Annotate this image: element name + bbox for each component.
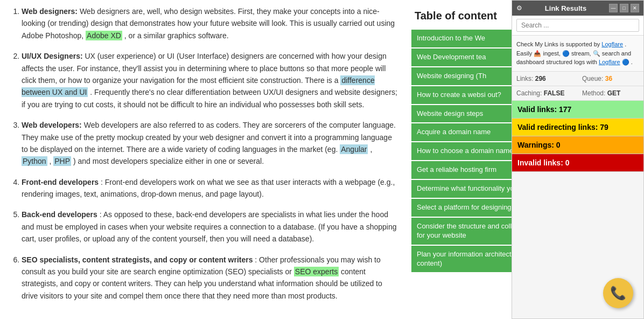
stats-row-1: Links: 296 Queue: 36 bbox=[512, 72, 643, 86]
list-item: UI/UX Designers: UX (user experience) or… bbox=[22, 50, 398, 110]
item-label: Web developers: bbox=[22, 121, 82, 129]
link-results-header: ⚙ Link Results — □ ✕ bbox=[512, 1, 643, 16]
description-text: Check My Links is supported by bbox=[516, 41, 601, 47]
expand-button[interactable]: □ bbox=[620, 4, 628, 12]
item-label: Back-end developers bbox=[22, 210, 97, 219]
valid-links-stat: Valid links: 177 bbox=[512, 101, 643, 119]
logflare-link2[interactable]: Logflare bbox=[599, 59, 620, 65]
phone-button[interactable]: 📞 bbox=[603, 278, 633, 308]
phone-icon: 📞 bbox=[610, 286, 626, 301]
item-label: Web designers: bbox=[22, 7, 78, 16]
item-label: SEO specialists, content strategists, an… bbox=[22, 255, 253, 264]
item-text2: ) and most developers specialize either … bbox=[73, 157, 264, 165]
description-icon2: 🔵 bbox=[622, 59, 629, 65]
queue-label: Queue: bbox=[582, 75, 603, 82]
ingest-icon: 📥 bbox=[534, 50, 541, 57]
main-content: Web designers: Web designers are, well, … bbox=[0, 0, 409, 319]
description-text3: ingest, bbox=[543, 50, 562, 57]
links-stat: Links: 296 bbox=[512, 72, 578, 86]
search-icon: 🔍 bbox=[593, 50, 600, 57]
search-input[interactable] bbox=[516, 19, 639, 32]
caching-label: Caching: bbox=[516, 89, 542, 97]
item-label: UI/UX Designers: bbox=[22, 52, 83, 60]
caching-stat: Caching: FALSE bbox=[512, 86, 578, 100]
stream-icon: 🔵 bbox=[562, 50, 570, 57]
description-text6: . bbox=[631, 59, 633, 65]
list-item: Web developers: Web developers are also … bbox=[22, 119, 398, 168]
caching-value: FALSE bbox=[544, 89, 565, 97]
gear-icon: ⚙ bbox=[516, 4, 522, 12]
header-icons: — □ ✕ bbox=[609, 4, 639, 12]
highlight-python: Python bbox=[22, 156, 47, 166]
item-label: Front-end developers bbox=[22, 178, 99, 186]
stats-row-2: Caching: FALSE Method: GET bbox=[512, 86, 643, 101]
queue-value: 36 bbox=[605, 75, 612, 82]
highlight-adobe-xd: Adobe XD bbox=[86, 31, 122, 40]
minimize-button[interactable]: — bbox=[609, 4, 618, 12]
valid-redirecting-stat: Valid redirecting links: 79 bbox=[512, 119, 643, 136]
list-item: SEO specialists, content strategists, an… bbox=[22, 254, 398, 302]
description-text4: stream, bbox=[571, 50, 593, 57]
link-results-panel: ⚙ Link Results — □ ✕ Check My Links is s… bbox=[512, 0, 644, 319]
warnings-stat: Warnings: 0 bbox=[512, 136, 643, 154]
method-value: GET bbox=[607, 89, 621, 97]
queue-stat: Queue: 36 bbox=[578, 72, 643, 86]
method-stat: Method: GET bbox=[578, 86, 643, 100]
list-item: Front-end developers : Front-end develop… bbox=[22, 176, 398, 200]
list-item: Web designers: Web designers are, well, … bbox=[22, 5, 398, 41]
close-button[interactable]: ✕ bbox=[631, 4, 639, 12]
list-item: Back-end developers : As opposed to thes… bbox=[22, 209, 398, 245]
highlight-seo-experts: SEO experts bbox=[294, 267, 339, 276]
search-bar bbox=[512, 16, 643, 36]
content-list: Web designers: Web designers are, well, … bbox=[11, 5, 398, 302]
invalid-links-stat: Invalid links: 0 bbox=[512, 154, 643, 172]
layout-container: Web designers: Web designers are, well, … bbox=[0, 0, 644, 319]
link-results-title: Link Results bbox=[545, 4, 586, 12]
method-label: Method: bbox=[582, 89, 605, 97]
links-value: 296 bbox=[535, 75, 546, 82]
item-text2: , or a similar graphics software. bbox=[124, 31, 229, 40]
logflare-link1[interactable]: Logflare bbox=[601, 41, 623, 47]
links-label: Links: bbox=[516, 75, 533, 82]
highlight-angular: Angular bbox=[340, 144, 368, 154]
highlight-php: PHP bbox=[53, 156, 71, 166]
lr-description: Check My Links is supported by Logflare … bbox=[512, 36, 643, 72]
